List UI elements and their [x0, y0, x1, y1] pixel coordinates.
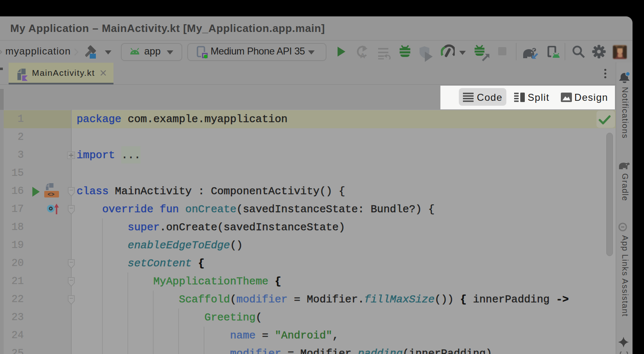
svg-text:A: A: [360, 52, 365, 59]
svg-text:<>: <>: [48, 191, 54, 198]
